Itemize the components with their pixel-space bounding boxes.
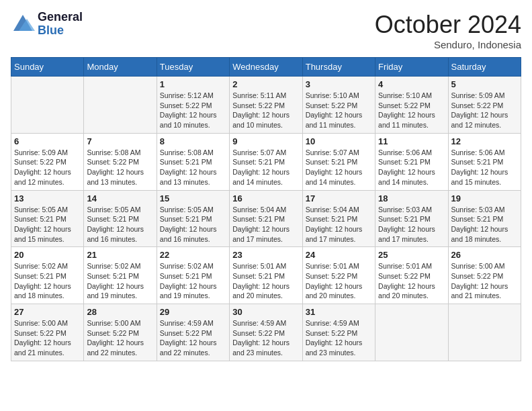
day-info: Sunrise: 5:02 AM Sunset: 5:21 PM Dayligh… bbox=[14, 261, 81, 301]
calendar-cell: 11Sunrise: 5:06 AM Sunset: 5:21 PM Dayli… bbox=[375, 133, 448, 190]
day-info: Sunrise: 5:10 AM Sunset: 5:22 PM Dayligh… bbox=[306, 91, 372, 130]
day-info: Sunrise: 5:04 AM Sunset: 5:21 PM Dayligh… bbox=[232, 205, 299, 244]
calendar-cell: 7Sunrise: 5:08 AM Sunset: 5:22 PM Daylig… bbox=[84, 133, 157, 190]
day-info: Sunrise: 5:06 AM Sunset: 5:21 PM Dayligh… bbox=[451, 148, 518, 187]
day-info: Sunrise: 5:03 AM Sunset: 5:21 PM Dayligh… bbox=[378, 205, 445, 244]
day-number: 21 bbox=[87, 250, 153, 260]
calendar-cell: 29Sunrise: 4:59 AM Sunset: 5:22 PM Dayli… bbox=[157, 304, 229, 361]
calendar-cell bbox=[11, 77, 84, 134]
day-number: 31 bbox=[306, 307, 372, 317]
day-number: 7 bbox=[87, 136, 153, 146]
calendar-cell: 5Sunrise: 5:09 AM Sunset: 5:22 PM Daylig… bbox=[448, 77, 521, 134]
day-number: 15 bbox=[160, 193, 226, 203]
weekday-header-tuesday: Tuesday bbox=[157, 58, 229, 77]
day-info: Sunrise: 5:00 AM Sunset: 5:22 PM Dayligh… bbox=[87, 318, 153, 358]
calendar-cell: 1Sunrise: 5:12 AM Sunset: 5:22 PM Daylig… bbox=[157, 77, 229, 134]
day-number: 22 bbox=[160, 250, 226, 260]
day-info: Sunrise: 5:07 AM Sunset: 5:21 PM Dayligh… bbox=[306, 148, 372, 187]
day-number: 9 bbox=[232, 136, 299, 146]
calendar-cell: 28Sunrise: 5:00 AM Sunset: 5:22 PM Dayli… bbox=[84, 304, 157, 361]
calendar-cell: 24Sunrise: 5:01 AM Sunset: 5:22 PM Dayli… bbox=[302, 247, 375, 304]
title-block: October 2024 Senduro, Indonesia bbox=[375, 11, 521, 50]
day-info: Sunrise: 5:00 AM Sunset: 5:22 PM Dayligh… bbox=[14, 318, 81, 358]
day-info: Sunrise: 5:01 AM Sunset: 5:22 PM Dayligh… bbox=[378, 261, 445, 301]
day-number: 6 bbox=[14, 136, 81, 146]
calendar-week-4: 20Sunrise: 5:02 AM Sunset: 5:21 PM Dayli… bbox=[11, 247, 521, 304]
day-number: 2 bbox=[232, 79, 299, 89]
day-number: 19 bbox=[451, 193, 518, 203]
day-number: 23 bbox=[232, 250, 299, 260]
calendar-cell: 4Sunrise: 5:10 AM Sunset: 5:22 PM Daylig… bbox=[375, 77, 448, 134]
calendar-week-1: 1Sunrise: 5:12 AM Sunset: 5:22 PM Daylig… bbox=[11, 77, 521, 134]
day-number: 29 bbox=[160, 307, 226, 317]
day-info: Sunrise: 4:59 AM Sunset: 5:22 PM Dayligh… bbox=[306, 318, 372, 358]
logo-icon bbox=[11, 12, 35, 36]
weekday-header-monday: Monday bbox=[84, 58, 157, 77]
calendar-week-3: 13Sunrise: 5:05 AM Sunset: 5:21 PM Dayli… bbox=[11, 190, 521, 247]
calendar-cell: 12Sunrise: 5:06 AM Sunset: 5:21 PM Dayli… bbox=[448, 133, 521, 190]
location-subtitle: Senduro, Indonesia bbox=[375, 39, 521, 50]
day-number: 18 bbox=[378, 193, 445, 203]
calendar-cell: 10Sunrise: 5:07 AM Sunset: 5:21 PM Dayli… bbox=[302, 133, 375, 190]
day-number: 4 bbox=[378, 79, 445, 89]
weekday-header-sunday: Sunday bbox=[11, 58, 84, 77]
day-number: 24 bbox=[306, 250, 372, 260]
logo-line1: General bbox=[38, 11, 83, 24]
month-title: October 2024 bbox=[375, 11, 521, 39]
calendar-cell: 27Sunrise: 5:00 AM Sunset: 5:22 PM Dayli… bbox=[11, 304, 84, 361]
calendar-week-2: 6Sunrise: 5:09 AM Sunset: 5:22 PM Daylig… bbox=[11, 133, 521, 190]
day-info: Sunrise: 5:10 AM Sunset: 5:22 PM Dayligh… bbox=[378, 91, 445, 130]
day-info: Sunrise: 5:02 AM Sunset: 5:21 PM Dayligh… bbox=[160, 261, 226, 301]
day-number: 3 bbox=[306, 79, 372, 89]
page-header: General Blue October 2024 Senduro, Indon… bbox=[11, 11, 521, 50]
day-info: Sunrise: 5:12 AM Sunset: 5:22 PM Dayligh… bbox=[160, 91, 226, 130]
weekday-header-saturday: Saturday bbox=[448, 58, 521, 77]
calendar-cell: 19Sunrise: 5:03 AM Sunset: 5:21 PM Dayli… bbox=[448, 190, 521, 247]
weekday-header-wednesday: Wednesday bbox=[230, 58, 302, 77]
logo: General Blue bbox=[11, 11, 83, 38]
calendar-cell: 2Sunrise: 5:11 AM Sunset: 5:22 PM Daylig… bbox=[230, 77, 302, 134]
day-info: Sunrise: 4:59 AM Sunset: 5:22 PM Dayligh… bbox=[160, 318, 226, 358]
calendar-cell: 23Sunrise: 5:01 AM Sunset: 5:21 PM Dayli… bbox=[230, 247, 302, 304]
calendar-cell bbox=[84, 77, 157, 134]
calendar-cell: 25Sunrise: 5:01 AM Sunset: 5:22 PM Dayli… bbox=[375, 247, 448, 304]
calendar-cell: 6Sunrise: 5:09 AM Sunset: 5:22 PM Daylig… bbox=[11, 133, 84, 190]
calendar-cell: 13Sunrise: 5:05 AM Sunset: 5:21 PM Dayli… bbox=[11, 190, 84, 247]
calendar-cell: 15Sunrise: 5:05 AM Sunset: 5:21 PM Dayli… bbox=[157, 190, 229, 247]
day-number: 20 bbox=[14, 250, 81, 260]
day-number: 14 bbox=[87, 193, 153, 203]
calendar-header-row: SundayMondayTuesdayWednesdayThursdayFrid… bbox=[11, 58, 521, 77]
day-number: 30 bbox=[232, 307, 299, 317]
calendar-cell: 3Sunrise: 5:10 AM Sunset: 5:22 PM Daylig… bbox=[302, 77, 375, 134]
day-info: Sunrise: 5:11 AM Sunset: 5:22 PM Dayligh… bbox=[232, 91, 299, 130]
day-info: Sunrise: 4:59 AM Sunset: 5:22 PM Dayligh… bbox=[232, 318, 299, 358]
day-number: 25 bbox=[378, 250, 445, 260]
calendar-cell bbox=[448, 304, 521, 361]
calendar-cell: 26Sunrise: 5:00 AM Sunset: 5:22 PM Dayli… bbox=[448, 247, 521, 304]
day-info: Sunrise: 5:04 AM Sunset: 5:21 PM Dayligh… bbox=[306, 205, 372, 244]
day-info: Sunrise: 5:05 AM Sunset: 5:21 PM Dayligh… bbox=[160, 205, 226, 244]
calendar-cell: 14Sunrise: 5:05 AM Sunset: 5:21 PM Dayli… bbox=[84, 190, 157, 247]
calendar-cell: 18Sunrise: 5:03 AM Sunset: 5:21 PM Dayli… bbox=[375, 190, 448, 247]
day-info: Sunrise: 5:01 AM Sunset: 5:22 PM Dayligh… bbox=[306, 261, 372, 301]
day-info: Sunrise: 5:00 AM Sunset: 5:22 PM Dayligh… bbox=[451, 261, 518, 301]
day-info: Sunrise: 5:05 AM Sunset: 5:21 PM Dayligh… bbox=[87, 205, 153, 244]
calendar-cell: 17Sunrise: 5:04 AM Sunset: 5:21 PM Dayli… bbox=[302, 190, 375, 247]
calendar-cell bbox=[375, 304, 448, 361]
day-number: 1 bbox=[160, 79, 226, 89]
day-number: 11 bbox=[378, 136, 445, 146]
logo-line2: Blue bbox=[38, 24, 83, 38]
day-info: Sunrise: 5:01 AM Sunset: 5:21 PM Dayligh… bbox=[232, 261, 299, 301]
calendar-cell: 21Sunrise: 5:02 AM Sunset: 5:21 PM Dayli… bbox=[84, 247, 157, 304]
calendar-cell: 8Sunrise: 5:08 AM Sunset: 5:21 PM Daylig… bbox=[157, 133, 229, 190]
day-info: Sunrise: 5:05 AM Sunset: 5:21 PM Dayligh… bbox=[14, 205, 81, 244]
calendar-cell: 16Sunrise: 5:04 AM Sunset: 5:21 PM Dayli… bbox=[230, 190, 302, 247]
day-info: Sunrise: 5:08 AM Sunset: 5:22 PM Dayligh… bbox=[87, 148, 153, 187]
day-info: Sunrise: 5:02 AM Sunset: 5:21 PM Dayligh… bbox=[87, 261, 153, 301]
calendar-cell: 30Sunrise: 4:59 AM Sunset: 5:22 PM Dayli… bbox=[230, 304, 302, 361]
calendar-table: SundayMondayTuesdayWednesdayThursdayFrid… bbox=[11, 57, 521, 361]
day-number: 8 bbox=[160, 136, 226, 146]
day-info: Sunrise: 5:06 AM Sunset: 5:21 PM Dayligh… bbox=[378, 148, 445, 187]
day-info: Sunrise: 5:08 AM Sunset: 5:21 PM Dayligh… bbox=[160, 148, 226, 187]
calendar-cell: 31Sunrise: 4:59 AM Sunset: 5:22 PM Dayli… bbox=[302, 304, 375, 361]
